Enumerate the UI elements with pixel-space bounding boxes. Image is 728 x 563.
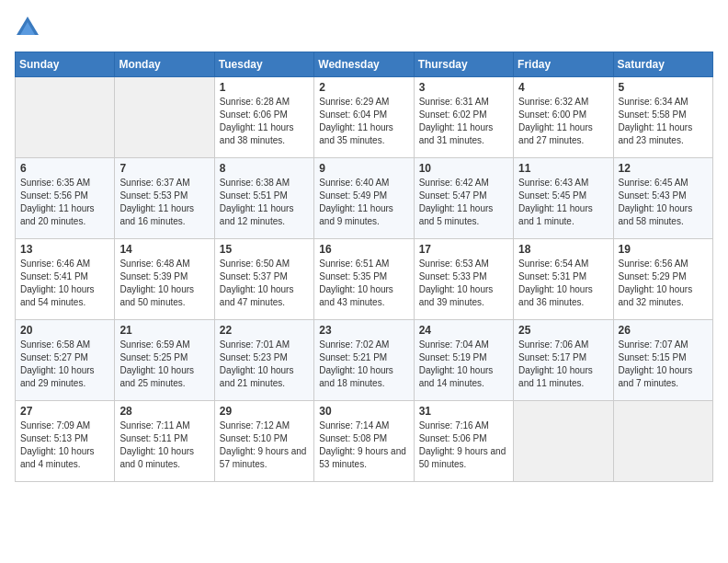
day-number: 3 — [419, 81, 508, 94]
day-info: Sunrise: 6:37 AMSunset: 5:53 PMDaylight:… — [119, 177, 209, 228]
day-info: Sunrise: 6:58 AMSunset: 5:27 PMDaylight:… — [20, 339, 109, 390]
day-info: Sunrise: 6:51 AMSunset: 5:35 PMDaylight:… — [319, 258, 408, 309]
calendar-week-row: 20Sunrise: 6:58 AMSunset: 5:27 PMDayligh… — [16, 320, 713, 401]
day-info: Sunrise: 6:35 AMSunset: 5:56 PMDaylight:… — [20, 177, 109, 228]
day-number: 19 — [619, 243, 708, 256]
calendar-cell — [16, 77, 115, 158]
calendar-cell: 18Sunrise: 6:54 AMSunset: 5:31 PMDayligh… — [514, 239, 613, 320]
day-number: 14 — [119, 243, 209, 256]
calendar-cell: 11Sunrise: 6:43 AMSunset: 5:45 PMDayligh… — [514, 158, 613, 239]
weekday-header: Sunday — [16, 52, 115, 77]
day-info: Sunrise: 6:59 AMSunset: 5:25 PMDaylight:… — [119, 339, 209, 390]
calendar-cell: 8Sunrise: 6:38 AMSunset: 5:51 PMDaylight… — [214, 158, 313, 239]
day-number: 15 — [220, 243, 309, 256]
calendar-cell: 27Sunrise: 7:09 AMSunset: 5:13 PMDayligh… — [16, 401, 115, 482]
day-info: Sunrise: 6:29 AMSunset: 6:04 PMDaylight:… — [319, 96, 408, 147]
calendar-cell: 24Sunrise: 7:04 AMSunset: 5:19 PMDayligh… — [414, 320, 513, 401]
day-number: 9 — [319, 162, 408, 175]
calendar-cell: 3Sunrise: 6:31 AMSunset: 6:02 PMDaylight… — [414, 77, 513, 158]
day-number: 11 — [518, 162, 608, 175]
weekday-header: Friday — [514, 52, 613, 77]
day-number: 1 — [220, 81, 309, 94]
calendar-cell — [115, 77, 214, 158]
weekday-header: Thursday — [414, 52, 513, 77]
day-info: Sunrise: 7:12 AMSunset: 5:10 PMDaylight:… — [220, 419, 309, 471]
day-info: Sunrise: 6:48 AMSunset: 5:39 PMDaylight:… — [119, 258, 209, 309]
calendar-week-row: 6Sunrise: 6:35 AMSunset: 5:56 PMDaylight… — [16, 158, 713, 239]
day-info: Sunrise: 7:04 AMSunset: 5:19 PMDaylight:… — [419, 339, 508, 390]
calendar-week-row: 13Sunrise: 6:46 AMSunset: 5:41 PMDayligh… — [16, 239, 713, 320]
day-number: 20 — [20, 324, 109, 337]
calendar-cell: 19Sunrise: 6:56 AMSunset: 5:29 PMDayligh… — [613, 239, 712, 320]
logo-icon — [15, 15, 40, 40]
calendar-cell: 6Sunrise: 6:35 AMSunset: 5:56 PMDaylight… — [16, 158, 115, 239]
day-number: 12 — [619, 162, 708, 175]
calendar-cell: 28Sunrise: 7:11 AMSunset: 5:11 PMDayligh… — [115, 401, 214, 482]
day-number: 4 — [518, 81, 608, 94]
calendar-cell: 26Sunrise: 7:07 AMSunset: 5:15 PMDayligh… — [613, 320, 712, 401]
weekday-header-row: SundayMondayTuesdayWednesdayThursdayFrid… — [16, 52, 713, 77]
day-number: 17 — [419, 243, 508, 256]
day-info: Sunrise: 6:46 AMSunset: 5:41 PMDaylight:… — [20, 258, 109, 309]
calendar-week-row: 27Sunrise: 7:09 AMSunset: 5:13 PMDayligh… — [16, 401, 713, 482]
day-number: 29 — [220, 405, 309, 418]
day-info: Sunrise: 6:32 AMSunset: 6:00 PMDaylight:… — [518, 96, 608, 147]
day-number: 18 — [518, 243, 608, 256]
day-info: Sunrise: 7:14 AMSunset: 5:08 PMDaylight:… — [319, 419, 408, 471]
calendar-cell: 4Sunrise: 6:32 AMSunset: 6:00 PMDaylight… — [514, 77, 613, 158]
day-info: Sunrise: 6:45 AMSunset: 5:43 PMDaylight:… — [619, 177, 708, 228]
day-number: 7 — [119, 162, 209, 175]
calendar-cell: 20Sunrise: 6:58 AMSunset: 5:27 PMDayligh… — [16, 320, 115, 401]
day-number: 30 — [319, 405, 408, 418]
weekday-header: Monday — [115, 52, 214, 77]
day-info: Sunrise: 6:28 AMSunset: 6:06 PMDaylight:… — [220, 96, 309, 147]
day-number: 27 — [20, 405, 109, 418]
day-number: 23 — [319, 324, 408, 337]
calendar-cell — [613, 401, 712, 482]
day-info: Sunrise: 6:42 AMSunset: 5:47 PMDaylight:… — [419, 177, 508, 228]
day-info: Sunrise: 6:54 AMSunset: 5:31 PMDaylight:… — [518, 258, 608, 309]
day-info: Sunrise: 6:53 AMSunset: 5:33 PMDaylight:… — [419, 258, 508, 309]
calendar-cell: 15Sunrise: 6:50 AMSunset: 5:37 PMDayligh… — [214, 239, 313, 320]
day-number: 6 — [20, 162, 109, 175]
calendar-cell: 1Sunrise: 6:28 AMSunset: 6:06 PMDaylight… — [214, 77, 313, 158]
weekday-header: Tuesday — [214, 52, 313, 77]
day-number: 26 — [619, 324, 708, 337]
day-info: Sunrise: 6:38 AMSunset: 5:51 PMDaylight:… — [220, 177, 309, 228]
day-number: 8 — [220, 162, 309, 175]
day-info: Sunrise: 7:01 AMSunset: 5:23 PMDaylight:… — [220, 339, 309, 390]
calendar-cell: 14Sunrise: 6:48 AMSunset: 5:39 PMDayligh… — [115, 239, 214, 320]
calendar-cell: 13Sunrise: 6:46 AMSunset: 5:41 PMDayligh… — [16, 239, 115, 320]
day-number: 22 — [220, 324, 309, 337]
calendar-cell: 5Sunrise: 6:34 AMSunset: 5:58 PMDaylight… — [613, 77, 712, 158]
day-info: Sunrise: 7:16 AMSunset: 5:06 PMDaylight:… — [419, 419, 508, 471]
day-info: Sunrise: 6:50 AMSunset: 5:37 PMDaylight:… — [220, 258, 309, 309]
day-info: Sunrise: 7:11 AMSunset: 5:11 PMDaylight:… — [119, 419, 209, 471]
calendar-cell: 9Sunrise: 6:40 AMSunset: 5:49 PMDaylight… — [314, 158, 414, 239]
day-number: 24 — [419, 324, 508, 337]
calendar-cell: 10Sunrise: 6:42 AMSunset: 5:47 PMDayligh… — [414, 158, 513, 239]
day-info: Sunrise: 6:43 AMSunset: 5:45 PMDaylight:… — [518, 177, 608, 228]
day-number: 25 — [518, 324, 608, 337]
day-number: 5 — [619, 81, 708, 94]
calendar-cell: 22Sunrise: 7:01 AMSunset: 5:23 PMDayligh… — [214, 320, 313, 401]
day-number: 21 — [119, 324, 209, 337]
day-info: Sunrise: 6:34 AMSunset: 5:58 PMDaylight:… — [619, 96, 708, 147]
calendar-cell: 16Sunrise: 6:51 AMSunset: 5:35 PMDayligh… — [314, 239, 414, 320]
calendar-cell: 30Sunrise: 7:14 AMSunset: 5:08 PMDayligh… — [314, 401, 414, 482]
calendar-table: SundayMondayTuesdayWednesdayThursdayFrid… — [15, 52, 713, 482]
day-number: 28 — [119, 405, 209, 418]
calendar-week-row: 1Sunrise: 6:28 AMSunset: 6:06 PMDaylight… — [16, 77, 713, 158]
day-number: 2 — [319, 81, 408, 94]
day-number: 13 — [20, 243, 109, 256]
calendar-cell: 21Sunrise: 6:59 AMSunset: 5:25 PMDayligh… — [115, 320, 214, 401]
day-info: Sunrise: 6:56 AMSunset: 5:29 PMDaylight:… — [619, 258, 708, 309]
calendar-cell: 7Sunrise: 6:37 AMSunset: 5:53 PMDaylight… — [115, 158, 214, 239]
calendar-cell — [514, 401, 613, 482]
calendar-cell: 25Sunrise: 7:06 AMSunset: 5:17 PMDayligh… — [514, 320, 613, 401]
day-info: Sunrise: 6:31 AMSunset: 6:02 PMDaylight:… — [419, 96, 508, 147]
logo — [15, 15, 44, 40]
calendar-cell: 17Sunrise: 6:53 AMSunset: 5:33 PMDayligh… — [414, 239, 513, 320]
weekday-header: Wednesday — [314, 52, 414, 77]
day-info: Sunrise: 7:06 AMSunset: 5:17 PMDaylight:… — [518, 339, 608, 390]
